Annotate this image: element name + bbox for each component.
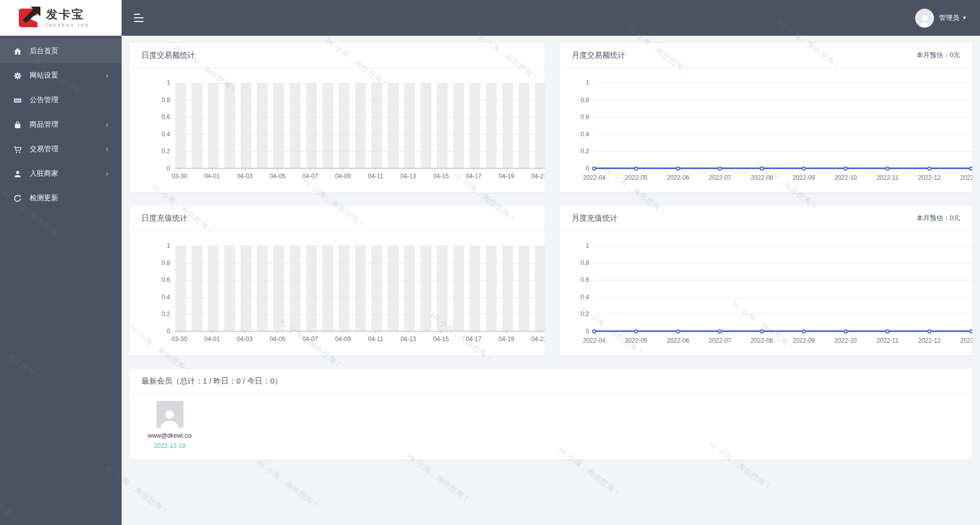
sidebar-item-check-update[interactable]: 检测更新 bbox=[0, 186, 122, 210]
sidebar-menu: 后台首页 bbox=[0, 36, 122, 210]
category-split-area bbox=[175, 246, 545, 331]
chevron-down-icon: ▼ bbox=[962, 15, 967, 20]
data-point bbox=[969, 329, 972, 333]
x-axis-labels: 03-3004-0104-0304-0504-0704-0904-1104-13… bbox=[163, 331, 545, 343]
sidebar-item-label: 后台首页 bbox=[30, 46, 58, 56]
chevron-right-icon: › bbox=[106, 71, 108, 80]
panel-daily-trade: 日度交易额统计 1 0.8 0.6 0.4 0.2 0 03-3004-0104… bbox=[129, 43, 545, 193]
series-points-and-labels: 2022-042022-052022-062022-072022-082022-… bbox=[573, 166, 972, 181]
y-axis-labels: 1 0.8 0.6 0.4 0.2 0 bbox=[559, 83, 589, 169]
chevron-right-icon: › bbox=[106, 121, 108, 129]
chevron-right-icon: › bbox=[106, 145, 108, 153]
panel-title: 月度交易额统计 bbox=[572, 51, 625, 60]
new-badge-icon: NEW bbox=[12, 95, 22, 105]
data-point bbox=[592, 329, 596, 333]
data-point bbox=[718, 166, 722, 171]
cart-icon bbox=[12, 144, 22, 154]
admin-dashboard: 发卡宝 fakabao.top 后台首页 bbox=[0, 0, 980, 525]
member-avatar bbox=[156, 401, 183, 428]
panel-monthly-recharge: 月度充值统计 本月预估：0元 1 0.8 0.6 0.4 0.2 0 2022-… bbox=[559, 206, 972, 355]
brand-logo[interactable]: 发卡宝 fakabao.top bbox=[0, 0, 122, 36]
refresh-icon bbox=[12, 193, 22, 203]
data-point bbox=[760, 329, 764, 333]
panel-title: 最新会员（总计：1 / 昨日：0 / 今日：0） bbox=[142, 376, 282, 386]
panel-title: 日度交易额统计 bbox=[142, 51, 195, 60]
sidebar-item-merchants[interactable]: 入驻商家 › bbox=[0, 161, 122, 186]
data-point bbox=[592, 166, 596, 171]
user-name: 管理员 bbox=[939, 13, 959, 22]
data-point bbox=[885, 329, 890, 333]
panel-latest-members: 最新会员（总计：1 / 昨日：0 / 今日：0） www@dkewl.com 2… bbox=[129, 369, 972, 460]
sidebar: 发卡宝 fakabao.top 后台首页 bbox=[0, 0, 122, 525]
bag-icon bbox=[12, 120, 22, 130]
brand-logo-icon bbox=[17, 6, 41, 30]
y-axis-labels: 1 0.8 0.6 0.4 0.2 0 bbox=[129, 246, 170, 331]
sidebar-item-label: 公告管理 bbox=[30, 96, 58, 105]
category-split-area bbox=[175, 83, 545, 169]
merchant-user-icon bbox=[12, 169, 22, 179]
user-avatar bbox=[915, 9, 934, 28]
data-point bbox=[760, 166, 764, 171]
sidebar-item-trades[interactable]: 交易管理 › bbox=[0, 137, 122, 161]
panel-monthly-trade: 月度交易额统计 本月预估：0元 1 0.8 0.6 0.4 0.2 0 2022… bbox=[559, 43, 972, 193]
member-email: www@dkewl.com bbox=[148, 432, 192, 439]
sidebar-item-site-settings[interactable]: 网站设置 › bbox=[0, 63, 122, 88]
panel-title: 日度充值统计 bbox=[142, 213, 188, 223]
monthly-trade-chart[interactable]: 1 0.8 0.6 0.4 0.2 0 2022-042022-052022-0… bbox=[559, 68, 972, 193]
sidebar-item-label: 入驻商家 bbox=[30, 169, 58, 178]
sidebar-item-label: 网站设置 bbox=[30, 71, 58, 80]
data-point bbox=[634, 166, 638, 171]
sidebar-item-label: 检测更新 bbox=[30, 194, 58, 203]
plot-area: 03-3004-0104-0304-0504-0704-0904-1104-13… bbox=[175, 83, 545, 169]
member-card[interactable]: www@dkewl.com 2022-12-19 bbox=[142, 401, 198, 449]
plot-area: 2022-042022-052022-062022-072022-082022-… bbox=[594, 83, 972, 169]
daily-trade-chart[interactable]: 1 0.8 0.6 0.4 0.2 0 03-3004-0104-0304-05… bbox=[129, 68, 545, 193]
data-point bbox=[969, 166, 972, 171]
y-axis-labels: 1 0.8 0.6 0.4 0.2 0 bbox=[559, 246, 589, 331]
user-menu[interactable]: 管理员 ▼ bbox=[915, 9, 967, 28]
sidebar-item-label: 商品管理 bbox=[30, 120, 58, 129]
x-axis-labels: 03-3004-0104-0304-0504-0704-0904-1104-13… bbox=[163, 169, 545, 180]
data-point bbox=[802, 166, 806, 171]
data-point bbox=[676, 329, 680, 333]
data-point bbox=[676, 166, 680, 171]
plot-area: 03-3004-0104-0304-0504-0704-0904-1104-13… bbox=[175, 246, 545, 331]
data-point bbox=[844, 329, 848, 333]
data-point bbox=[802, 329, 806, 333]
daily-recharge-chart[interactable]: 1 0.8 0.6 0.4 0.2 0 03-3004-0104-0304-05… bbox=[129, 231, 545, 355]
plot-area: 2022-042022-052022-062022-072022-082022-… bbox=[594, 246, 972, 331]
y-axis-labels: 1 0.8 0.6 0.4 0.2 0 bbox=[129, 83, 170, 169]
data-point bbox=[634, 329, 638, 333]
brand-domain: fakabao.top bbox=[46, 22, 90, 28]
home-icon bbox=[12, 46, 22, 56]
chevron-right-icon: › bbox=[106, 170, 108, 178]
gear-icon bbox=[12, 70, 22, 81]
watermark-text: Hi 小淘，淘你想淘！ bbox=[255, 458, 322, 511]
panel-daily-recharge: 日度充值统计 1 0.8 0.6 0.4 0.2 0 03-3004-0104-… bbox=[129, 206, 545, 355]
monthly-estimate: 本月预估：0元 bbox=[917, 213, 960, 223]
data-point bbox=[844, 166, 848, 171]
series-points-and-labels: 2022-042022-052022-062022-072022-082022-… bbox=[573, 329, 972, 344]
data-point bbox=[885, 166, 890, 171]
data-point bbox=[718, 329, 722, 333]
monthly-recharge-chart[interactable]: 1 0.8 0.6 0.4 0.2 0 2022-042022-052022-0… bbox=[559, 231, 972, 355]
brand-name: 发卡宝 bbox=[46, 8, 90, 21]
data-point bbox=[927, 166, 931, 171]
monthly-estimate: 本月预估：0元 bbox=[917, 51, 960, 60]
sidebar-item-announcements[interactable]: NEW 公告管理 bbox=[0, 88, 122, 112]
sidebar-item-dashboard[interactable]: 后台首页 bbox=[0, 39, 122, 63]
sidebar-toggle-button[interactable] bbox=[134, 14, 145, 22]
sidebar-item-products[interactable]: 商品管理 › bbox=[0, 112, 122, 137]
topbar: 管理员 ▼ bbox=[122, 0, 980, 36]
panel-title: 月度充值统计 bbox=[572, 213, 618, 223]
svg-text:NEW: NEW bbox=[14, 99, 20, 102]
data-point bbox=[927, 329, 931, 333]
member-register-date: 2022-12-19 bbox=[142, 442, 198, 449]
sidebar-item-label: 交易管理 bbox=[30, 145, 58, 154]
